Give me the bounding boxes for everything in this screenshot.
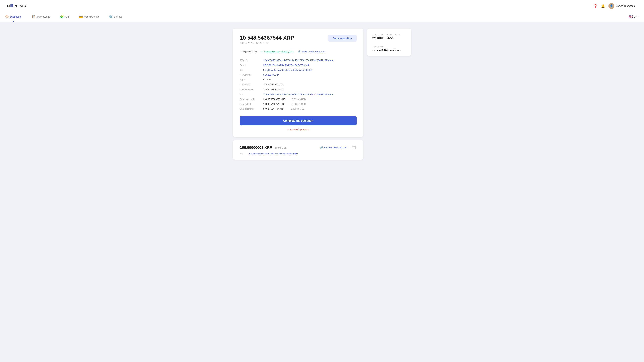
help-icon: ❓	[593, 4, 598, 8]
secondary-bithomp-link[interactable]: 🔗 Show on Bithomp.com	[320, 146, 347, 149]
transaction-card: 10 548.54367544 XRP 4 694.23 / 5 653.41 …	[233, 29, 363, 137]
network-badge: ✕ Ripple (XRP)	[240, 50, 257, 53]
txn-id-row: TXN ID: 1f1ea45cf173b23a3c4af00a9df44043…	[240, 58, 356, 63]
chevron-down-icon: ▾	[636, 5, 637, 7]
logo: PL PLISIO	[7, 3, 26, 9]
sum-expected-usd: 8 591.49 USD	[292, 98, 306, 100]
complete-operation-button[interactable]: Complete the operation	[240, 116, 356, 125]
secondary-bithomp-label: Show on Bithomp.com	[324, 146, 347, 149]
transaction-details: TXN ID: 1f1ea45cf173b23a3c4af00a9df44043…	[240, 58, 356, 111]
secondary-to-label: To:	[240, 152, 246, 155]
logo-text: PLISIO	[14, 4, 26, 8]
completed-row: Completed at: 21.03.2019 15:58:43	[240, 87, 356, 92]
header-right: ❓ 🔔 👤 James Thompson ▾	[593, 3, 637, 9]
order-email-value: my_mail594@gmail.com	[372, 49, 406, 51]
lang-text: EN	[634, 15, 637, 18]
bell-icon: 🔔	[601, 4, 605, 8]
notifications-button[interactable]: 🔔	[601, 4, 605, 8]
secondary-amount: 100.00000001 XRP	[240, 145, 272, 150]
language-selector[interactable]: 🇬🇧 EN ▾	[624, 12, 644, 22]
created-label: Created at:	[240, 82, 263, 87]
nav-item-api[interactable]: 🧩 API	[55, 12, 74, 22]
user-menu[interactable]: 👤 James Thompson ▾	[608, 3, 637, 9]
left-panel: 10 548.54367544 XRP 4 694.23 / 5 653.41 …	[233, 29, 363, 160]
order-card: Order name: My order Order number: 3064 …	[367, 29, 411, 56]
type-row: Type: Cash-in	[240, 77, 356, 82]
boost-operation-button[interactable]: Boost operation	[328, 35, 356, 41]
nav-label-api: API	[65, 15, 69, 18]
completed-label: Completed at:	[240, 87, 263, 92]
order-number-value: 3064	[388, 36, 400, 39]
sum-expected-values: 20 000.00000000 XRP 8 591.49 USD	[263, 97, 356, 102]
transaction-amount: 10 548.54367544 XRP	[240, 35, 294, 41]
secondary-header: 100.00000001 XRP 50.95 USD 🔗 Show on Bit…	[240, 145, 356, 150]
api-icon: 🧩	[60, 15, 64, 18]
nav-item-dashboard[interactable]: 🏠 Dashboard	[0, 12, 27, 22]
sum-actual-label: Sum actual:	[240, 102, 263, 106]
txn-id-value: 1f1ea45cf173b23a3c4af00a9df4404374f6cc85…	[263, 58, 356, 63]
created-value: 21.03.2019 15:42:01	[263, 82, 356, 87]
header: PL PLISIO ❓ 🔔 👤 James Thompson ▾	[0, 0, 644, 12]
right-panel: Order name: My order Order number: 3064 …	[367, 29, 411, 160]
type-label: Type:	[240, 77, 263, 82]
help-button[interactable]: ❓	[593, 4, 598, 8]
order-number-label: Order number:	[388, 33, 400, 36]
id-label: ID:	[240, 92, 263, 97]
transaction-usd: 4 694.23 / 5 653.41 USD	[240, 41, 294, 44]
secondary-transaction-card: 100.00000001 XRP 50.95 USD 🔗 Show on Bit…	[233, 140, 363, 160]
secondary-amounts: 100.00000001 XRP 50.95 USD	[240, 145, 287, 150]
sum-diff-row: Sum difference: 9 462.56847694 XRP 3 003…	[240, 106, 356, 111]
order-email-field: Order e-mail: my_mail594@gmail.com	[372, 45, 406, 51]
sum-actual-values: 10 548.54367544 XRP 5 653.41 USD	[263, 102, 356, 106]
to-row: To: bc1q60ma9vcm5ytd9kxtafw4s3wr9nqxuem3…	[240, 67, 356, 72]
id-row: ID: 1f1ea45cf173b23a3c4af00a9df4404374f6…	[240, 92, 356, 97]
to-value: bc1q60ma9vcm5ytd9kxtafw4s3wr9nqxuem38l3f…	[263, 67, 356, 72]
sum-expected-label: Sum expected:	[240, 97, 263, 102]
bithomp-link[interactable]: 🔗 Show on Bithomp.com	[298, 50, 325, 53]
status-badge: ✓ Transaction completed (20+)	[261, 50, 294, 53]
user-name: James Thompson	[616, 4, 635, 7]
id-value: 1f1ea45cf173b23a3c4af00a9df4404374f6cc85…	[263, 92, 356, 97]
external-link-icon-2: 🔗	[320, 146, 323, 149]
transaction-badges: ✕ Ripple (XRP) ✓ Transaction completed (…	[240, 50, 356, 53]
nav-item-mass-payouts[interactable]: 💳 Mass Payouts	[74, 12, 104, 22]
order-email-label: Order e-mail:	[372, 45, 406, 48]
sum-actual-crypto: 10 548.54367544 XRP	[263, 103, 286, 105]
external-link-icon: 🔗	[298, 50, 300, 53]
sum-expected-row: Sum expected: 20 000.00000000 XRP 8 591.…	[240, 97, 356, 102]
nav-item-settings[interactable]: ⚙️ Settings	[104, 12, 128, 22]
flag-icon: 🇬🇧	[629, 15, 633, 19]
dashboard-icon: 🏠	[5, 15, 9, 18]
nav-label-settings: Settings	[114, 15, 122, 18]
avatar: 👤	[608, 3, 614, 9]
sum-diff-values: 9 462.56847694 XRP 3 003.46 USD	[263, 106, 356, 111]
sum-diff-usd: 3 003.46 USD	[291, 108, 304, 110]
navigation: 🏠 Dashboard 📋 Transactions 🧩 API 💳 Mass …	[0, 12, 644, 22]
order-number-field: Order number: 3064	[388, 33, 400, 39]
from-label: From:	[240, 63, 263, 67]
secondary-to-value: bc1q60ma9vcm5ytd9kxtafw4s3wr9nqxuem38l3f…	[249, 152, 298, 155]
fee-label: Network fee:	[240, 72, 263, 77]
cancel-x-icon: ✕	[287, 128, 289, 131]
from-row: From: 3Eq8Q82SkmjbVZRwRG4AZmkSpEVXZe3rdR	[240, 63, 356, 67]
from-value: 3Eq8Q82SkmjbVZRwRG4AZmkSpEVXZe3rdR	[263, 63, 356, 67]
secondary-number: #1	[351, 145, 356, 150]
sum-diff-crypto: 9 462.56847694 XRP	[263, 108, 284, 110]
x-icon: ✕	[240, 50, 242, 53]
transaction-header: 10 548.54367544 XRP 4 694.23 / 5 653.41 …	[240, 35, 356, 47]
mass-payouts-icon: 💳	[79, 15, 83, 18]
transaction-header-left: 10 548.54367544 XRP 4 694.23 / 5 653.41 …	[240, 35, 294, 47]
nav-item-transactions[interactable]: 📋 Transactions	[27, 12, 55, 22]
order-divider	[372, 43, 406, 43]
status-label: Transaction completed (20+)	[264, 50, 294, 53]
secondary-usd: 50.95 USD	[275, 146, 287, 149]
main-content: 10 548.54367544 XRP 4 694.23 / 5 653.41 …	[230, 29, 414, 160]
settings-icon: ⚙️	[109, 15, 112, 18]
nav-label-dashboard: Dashboard	[10, 15, 22, 18]
check-icon: ✓	[261, 50, 263, 53]
type-value: Cash-in	[263, 77, 356, 82]
cancel-operation-button[interactable]: Cancel operation	[290, 128, 309, 131]
lang-chevron-icon: ▾	[638, 16, 639, 18]
nav-label-transactions: Transactions	[37, 15, 50, 18]
sum-diff-label: Sum difference:	[240, 106, 263, 111]
